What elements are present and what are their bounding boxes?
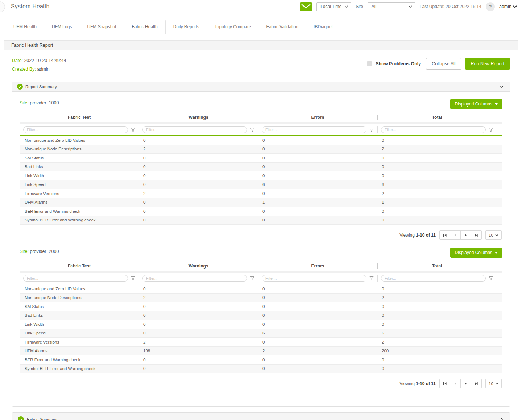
prev-page-button[interactable] [450, 230, 461, 240]
sidebar-toggle[interactable] [0, 1, 5, 12]
table-row[interactable]: Symbol BER Error and Warning check000 [20, 216, 502, 225]
cell-errors: 0 [258, 156, 377, 160]
cell-warnings: 0 [139, 218, 258, 222]
cell-warnings: 0 [139, 304, 258, 309]
table-row[interactable]: Symbol BER Error and Warning check000 [20, 365, 502, 374]
table-row[interactable]: Firmware Versions202 [20, 338, 502, 347]
first-page-button[interactable] [439, 379, 450, 388]
tab-ufm-health[interactable]: UFM Health [6, 20, 44, 34]
cell-warnings: 0 [139, 200, 258, 204]
run-new-report-button[interactable]: Run New Report [465, 58, 510, 70]
cell-warnings: 0 [139, 366, 258, 371]
tab-ufm-logs[interactable]: UFM Logs [44, 20, 79, 34]
column-header-fabric-test[interactable]: Fabric Test [20, 113, 139, 122]
column-header-fabric-test[interactable]: Fabric Test [20, 261, 139, 271]
site-section-provider-2000: Site: provider_2000 Displayed Columns Fa… [20, 248, 502, 388]
tab-daily-reports[interactable]: Daily Reports [166, 20, 207, 34]
column-header-total[interactable]: Total [377, 261, 497, 271]
tab-ufm-snapshot[interactable]: UFM Snapshot [79, 20, 124, 34]
filter-input-errors[interactable] [262, 126, 366, 133]
table-row[interactable]: Bad Links000 [20, 163, 502, 172]
caret-down-icon [495, 252, 498, 254]
tab-topology-compare[interactable]: Topology Compare [207, 20, 259, 34]
filter-funnel-icon[interactable] [489, 128, 493, 132]
site-select[interactable]: All [368, 2, 415, 11]
chevron-down-icon[interactable] [500, 85, 504, 88]
last-page-button[interactable] [471, 230, 482, 240]
cell-test: UFM Alarms [20, 200, 139, 204]
mail-icon[interactable] [300, 2, 312, 11]
filter-input-warnings[interactable] [142, 126, 247, 133]
filter-input-warnings[interactable] [142, 275, 247, 282]
tab-bar: UFM Health UFM Logs UFM Snapshot Fabric … [0, 20, 522, 34]
column-header-errors[interactable]: Errors [258, 113, 377, 122]
report-summary-body: Site: provider_1000 Displayed Columns Fa… [12, 92, 510, 406]
next-page-button[interactable] [460, 379, 471, 388]
tab-ibdiagnet[interactable]: IBDiagnet [306, 20, 340, 34]
report-summary-header[interactable]: Report Summary [12, 82, 510, 92]
table-row[interactable]: Non-unique Node Descriptions202 [20, 294, 502, 303]
table-row[interactable]: BER Error and Warning check000 [20, 355, 502, 365]
filter-funnel-icon[interactable] [131, 128, 135, 132]
time-mode-select[interactable]: Local Time [316, 2, 351, 11]
column-header-warnings[interactable]: Warnings [139, 113, 258, 122]
cell-test: Firmware Versions [20, 340, 139, 344]
cell-total: 0 [377, 322, 497, 327]
filter-funnel-icon[interactable] [489, 276, 493, 280]
page-size-select[interactable]: 10 [485, 230, 502, 240]
help-icon[interactable]: ? [486, 2, 495, 11]
filter-funnel-icon[interactable] [250, 276, 254, 280]
cell-warnings: 2 [139, 147, 258, 151]
table-row[interactable]: BER Error and Warning check000 [20, 207, 502, 216]
filter-funnel-icon[interactable] [250, 128, 254, 132]
table-row[interactable]: Link Width000 [20, 171, 502, 180]
table-row[interactable]: Link Speed066 [20, 180, 502, 190]
cell-total: 2 [377, 147, 497, 151]
page-size-select[interactable]: 10 [485, 379, 502, 388]
table-row[interactable]: Link Width000 [20, 320, 502, 329]
table-row[interactable]: Non-unique Node Descriptions202 [20, 145, 502, 154]
column-header-errors[interactable]: Errors [258, 261, 377, 271]
displayed-columns-label: Displayed Columns [455, 101, 492, 107]
table-row[interactable]: SM Status000 [20, 154, 502, 163]
cell-warnings: 0 [139, 174, 258, 178]
prev-page-button[interactable] [450, 379, 461, 388]
table-row[interactable]: Firmware Versions202 [20, 189, 502, 198]
collapse-all-button[interactable]: Collapse All [426, 58, 461, 70]
filter-funnel-icon[interactable] [369, 276, 374, 280]
filter-input-total[interactable] [381, 126, 486, 133]
table-row[interactable]: Link Speed066 [20, 329, 502, 338]
table-row[interactable]: Bad Links000 [20, 311, 502, 320]
column-header-total[interactable]: Total [377, 113, 497, 122]
tab-fabric-validation[interactable]: Fabric Validation [259, 20, 306, 34]
cell-warnings: 0 [139, 313, 258, 317]
tab-fabric-health[interactable]: Fabric Health [124, 20, 165, 34]
cell-errors: 0 [258, 218, 377, 222]
cell-errors: 0 [258, 174, 377, 178]
table-row[interactable]: SM Status000 [20, 302, 502, 311]
filter-input-fabric-test[interactable] [23, 275, 128, 282]
cell-total: 0 [377, 304, 497, 309]
filter-input-total[interactable] [381, 275, 486, 282]
filter-funnel-icon[interactable] [369, 128, 374, 132]
fabric-summary-panel[interactable]: Fabric Summary [12, 412, 510, 420]
last-page-button[interactable] [471, 379, 482, 388]
filter-input-errors[interactable] [262, 275, 366, 282]
displayed-columns-button[interactable]: Displayed Columns [450, 99, 502, 109]
cell-warnings: 2 [139, 295, 258, 300]
next-page-button[interactable] [460, 230, 471, 240]
table-row[interactable]: Non-unique and Zero LID Values000 [20, 136, 502, 145]
show-problems-checkbox[interactable] [367, 61, 372, 66]
first-page-button[interactable] [439, 230, 450, 240]
table-row[interactable]: UFM Alarms011 [20, 198, 502, 207]
displayed-columns-button[interactable]: Displayed Columns [450, 248, 502, 258]
filter-funnel-icon[interactable] [131, 276, 135, 280]
cell-total: 0 [377, 358, 497, 362]
table-row[interactable]: Non-unique and Zero LID Values000 [20, 284, 502, 294]
table-row[interactable]: UFM Alarms1982200 [20, 347, 502, 356]
cell-errors: 2 [258, 349, 377, 353]
chevron-right-icon[interactable] [500, 417, 503, 420]
filter-input-fabric-test[interactable] [23, 126, 128, 133]
user-menu[interactable]: admin [499, 4, 517, 9]
column-header-warnings[interactable]: Warnings [139, 261, 258, 271]
